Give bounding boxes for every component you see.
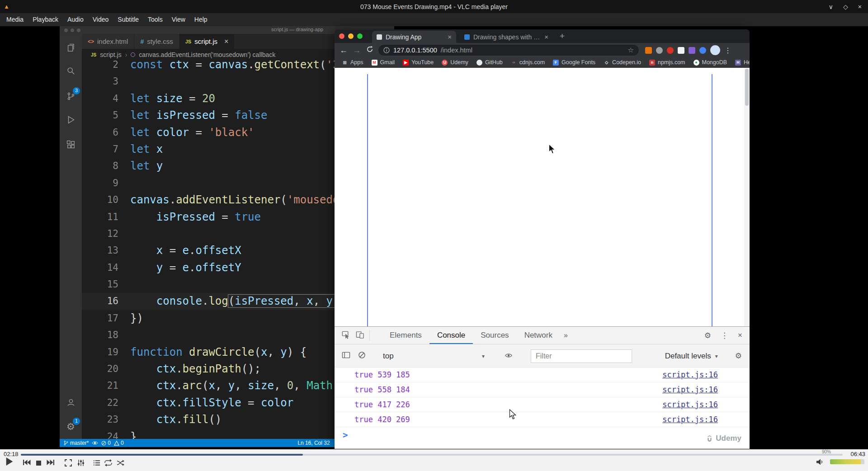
line-number: 16 bbox=[82, 293, 118, 310]
shuffle-icon[interactable] bbox=[117, 459, 124, 468]
breadcrumb-symbol[interactable]: canvas.addEventListener('mousedown') cal… bbox=[139, 51, 275, 58]
devtools-tab-console[interactable]: Console bbox=[429, 327, 473, 344]
volume-speaker-icon[interactable] bbox=[816, 459, 824, 467]
editor-tab-index-html[interactable]: <> index.html bbox=[82, 34, 134, 49]
devtools-close-icon[interactable]: × bbox=[738, 331, 742, 340]
eye-icon[interactable] bbox=[92, 441, 98, 445]
forward-icon[interactable]: → bbox=[352, 46, 361, 55]
menu-item-subtitle[interactable]: Subtitle bbox=[113, 13, 143, 26]
maximize-icon[interactable]: ◇ bbox=[843, 3, 848, 10]
extensions-icon[interactable] bbox=[60, 137, 82, 153]
breadcrumb-file[interactable]: script.js bbox=[100, 51, 121, 58]
account-icon[interactable] bbox=[60, 394, 82, 410]
new-tab-icon[interactable]: + bbox=[560, 31, 565, 41]
loop-icon[interactable] bbox=[104, 459, 112, 468]
fullscreen-icon[interactable] bbox=[65, 459, 72, 468]
extension-icon[interactable] bbox=[699, 47, 706, 54]
javascript-context-dropdown[interactable]: top ▾ bbox=[383, 352, 485, 361]
bookmark-youtube[interactable]: ▶YouTube bbox=[403, 59, 434, 66]
previous-icon[interactable] bbox=[23, 459, 31, 467]
bookmark-mongodb[interactable]: ●MongoDB bbox=[693, 59, 727, 66]
git-branch-indicator[interactable]: master* bbox=[63, 440, 89, 446]
scrollbar-thumb[interactable] bbox=[745, 69, 749, 106]
minimize-icon[interactable]: ∨ bbox=[829, 3, 833, 10]
run-debug-icon[interactable] bbox=[60, 112, 82, 128]
bookmark-udemy[interactable]: UUdemy bbox=[442, 59, 468, 66]
volume-slider[interactable] bbox=[830, 459, 864, 464]
close-icon[interactable]: × bbox=[858, 3, 862, 10]
clear-console-icon[interactable] bbox=[358, 351, 366, 361]
drawing-canvas[interactable] bbox=[367, 74, 712, 326]
device-toolbar-icon[interactable] bbox=[356, 330, 364, 341]
bookmark-heroku[interactable]: HHeroku bbox=[735, 59, 750, 66]
extension-icon[interactable] bbox=[645, 47, 652, 54]
bookmark-cdnjs-com[interactable]: ‹›cdnjs.com bbox=[511, 59, 545, 66]
menu-item-playback[interactable]: Playback bbox=[28, 13, 63, 26]
tab-close-icon[interactable]: × bbox=[544, 33, 548, 41]
menu-item-media[interactable]: Media bbox=[2, 13, 28, 26]
console-log-source-link[interactable]: script.js:16 bbox=[662, 400, 718, 409]
menu-item-audio[interactable]: Audio bbox=[63, 13, 88, 26]
tab-close-icon[interactable]: × bbox=[448, 33, 452, 41]
bookmark-npmjs-com[interactable]: nnpmjs.com bbox=[649, 59, 685, 66]
extension-icon[interactable] bbox=[678, 47, 684, 54]
inspect-element-icon[interactable] bbox=[341, 330, 350, 341]
bookmark-gmail[interactable]: MGmail bbox=[372, 59, 395, 66]
console-log-source-link[interactable]: script.js:16 bbox=[662, 385, 718, 394]
menu-item-tools[interactable]: Tools bbox=[143, 13, 167, 26]
page-content[interactable] bbox=[335, 68, 750, 326]
log-levels-dropdown[interactable]: Default levels ▾ bbox=[665, 352, 718, 361]
console-log-source-link[interactable]: script.js:16 bbox=[662, 370, 718, 379]
bookmark-google-fonts[interactable]: FGoogle Fonts bbox=[553, 59, 595, 66]
console-prompt[interactable]: > bbox=[335, 427, 348, 442]
devtools-settings-gear-icon[interactable]: ⚙ bbox=[704, 331, 711, 340]
menu-item-help[interactable]: Help bbox=[190, 13, 212, 26]
video-area[interactable]: script.js — drawing-app ⚙ 3 1 bbox=[0, 26, 868, 449]
console-filter-input[interactable] bbox=[531, 349, 632, 363]
browser-tab-drawing-shapes[interactable]: Drawing shapes with canvas - × bbox=[460, 31, 553, 43]
extension-icon[interactable] bbox=[656, 47, 663, 54]
devtools-tab-elements[interactable]: Elements bbox=[382, 327, 429, 344]
page-scrollbar[interactable] bbox=[744, 68, 750, 326]
editor-tab-script-js[interactable]: JS script.js × bbox=[179, 34, 235, 49]
extension-icon[interactable] bbox=[689, 47, 695, 54]
play-icon[interactable] bbox=[5, 457, 14, 468]
cursor-position[interactable]: Ln 16, Col 32 bbox=[297, 440, 330, 446]
seek-bar[interactable] bbox=[21, 454, 843, 456]
bookmark-codepen-io[interactable]: ◇Codepen.io bbox=[604, 59, 641, 66]
live-expression-eye-icon[interactable] bbox=[505, 352, 513, 360]
explorer-icon[interactable] bbox=[60, 39, 82, 56]
address-bar[interactable]: 127.0.0.1:5500/index.html ☆ bbox=[378, 45, 639, 56]
next-icon[interactable] bbox=[47, 459, 55, 467]
menu-item-video[interactable]: Video bbox=[88, 13, 113, 26]
extension-icon[interactable] bbox=[667, 47, 674, 54]
console-settings-gear-icon[interactable]: ⚙ bbox=[735, 351, 742, 361]
more-tabs-icon[interactable]: » bbox=[564, 331, 568, 339]
search-icon[interactable] bbox=[60, 63, 82, 79]
bookmark-github[interactable]: GitHub bbox=[476, 59, 503, 66]
reload-icon[interactable] bbox=[365, 46, 374, 55]
bookmark-apps[interactable]: ▦Apps bbox=[342, 59, 363, 66]
devtools-tab-sources[interactable]: Sources bbox=[473, 327, 516, 344]
tab-close-icon[interactable]: × bbox=[224, 38, 228, 46]
extended-settings-icon[interactable] bbox=[77, 459, 85, 468]
devtools-menu-icon[interactable]: ⋮ bbox=[721, 331, 728, 340]
devtools-tab-network[interactable]: Network bbox=[517, 327, 560, 344]
warnings-indicator[interactable]: 0 bbox=[114, 440, 124, 446]
site-info-icon[interactable] bbox=[383, 47, 390, 53]
back-icon[interactable]: ← bbox=[339, 46, 348, 55]
playlist-icon[interactable] bbox=[93, 459, 100, 468]
browser-tab-drawing-app[interactable]: Drawing App × bbox=[372, 31, 456, 43]
errors-indicator[interactable]: 0 bbox=[101, 440, 111, 446]
console-sidebar-icon[interactable] bbox=[342, 351, 350, 361]
bookmark-star-icon[interactable]: ☆ bbox=[628, 46, 634, 54]
chrome-menu-icon[interactable]: ⋮ bbox=[724, 46, 731, 55]
editor-tab-style-css[interactable]: # style.css bbox=[134, 34, 179, 49]
close-traffic-light-icon[interactable] bbox=[339, 33, 344, 39]
zoom-traffic-light-icon[interactable] bbox=[357, 33, 363, 39]
stop-icon[interactable] bbox=[36, 460, 42, 468]
profile-avatar[interactable] bbox=[710, 45, 720, 55]
menu-item-view[interactable]: View bbox=[167, 13, 190, 26]
minimize-traffic-light-icon[interactable] bbox=[348, 33, 354, 39]
console-log-source-link[interactable]: script.js:16 bbox=[662, 415, 718, 424]
